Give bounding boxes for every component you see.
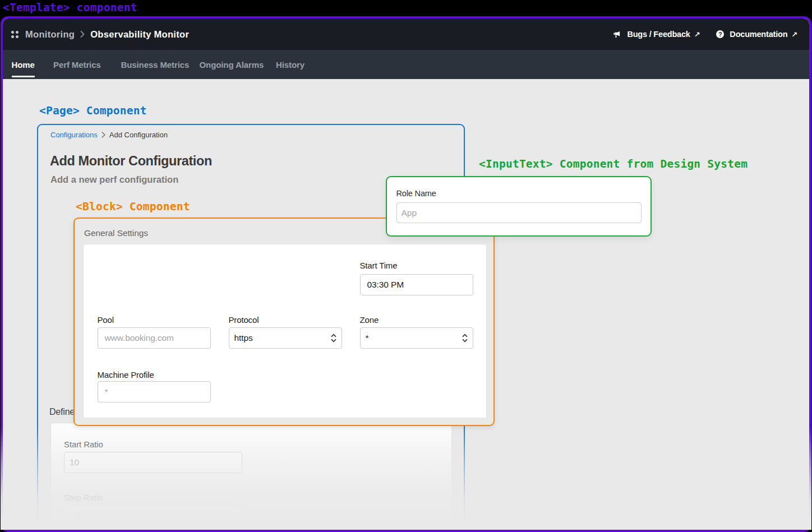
megaphone-icon <box>613 31 621 38</box>
define-heading: Define <box>49 407 75 417</box>
role-name-label: Role Name <box>396 189 436 198</box>
start-ratio-input[interactable] <box>64 452 242 473</box>
page-title: Add Monitor Configuration <box>50 154 212 169</box>
tab-home[interactable]: Home <box>12 50 35 79</box>
header-page-title: Observability Monitor <box>90 29 189 40</box>
block-component-box: General Settings Start Time Pool Protoco… <box>73 218 495 426</box>
block-title: General Settings <box>84 228 148 238</box>
start-time-input[interactable] <box>360 274 473 295</box>
breadcrumb-current: Add Configuration <box>109 131 168 139</box>
breadcrumb-link-configurations[interactable]: Configurations <box>50 131 98 139</box>
machine-profile-input[interactable] <box>98 381 211 403</box>
bugs-feedback-link[interactable]: Bugs / Feedback ↗ <box>613 30 700 39</box>
protocol-value: https <box>234 333 331 343</box>
tab-ongoing-alarms[interactable]: Ongoing Alarms <box>200 50 264 79</box>
select-chevrons-icon <box>462 334 468 343</box>
tab-history[interactable]: History <box>276 50 304 79</box>
documentation-label: Documentation <box>730 30 787 39</box>
general-settings-form: Start Time Pool Protocol https Zone * <box>83 244 487 418</box>
inputtext-annotation: <InputText> Component from Design System <box>479 158 748 170</box>
page-subtitle: Add a new perf configuration <box>50 174 178 185</box>
tab-business-metrics[interactable]: Business Metrics <box>121 50 190 79</box>
ratios-card: Start Ratio Step Ratio <box>50 423 452 527</box>
pool-input[interactable] <box>98 327 211 349</box>
pool-label: Pool <box>98 315 114 325</box>
inputtext-component-box: Role Name <box>386 176 652 237</box>
app-grid-icon[interactable] <box>11 31 19 38</box>
header-chevron-right-icon <box>80 31 85 38</box>
start-time-label: Start Time <box>360 261 398 270</box>
bugs-feedback-label: Bugs / Feedback <box>627 30 690 39</box>
protocol-label: Protocol <box>229 315 259 325</box>
documentation-link[interactable]: ? Documentation ↗ <box>716 30 797 39</box>
zone-label: Zone <box>360 315 379 325</box>
breadcrumb-chevron-icon <box>101 132 105 138</box>
select-chevrons-icon <box>331 334 336 343</box>
app-nav-tabs: Home Perf Metrics Business Metrics Ongoi… <box>3 50 809 79</box>
external-arrow-icon: ↗ <box>791 30 797 39</box>
zone-value: * <box>366 333 462 343</box>
role-name-input[interactable] <box>396 202 642 223</box>
step-ratio-label: Step Ratio <box>64 493 103 502</box>
breadcrumb: Configurations Add Configuration <box>50 131 168 139</box>
start-ratio-label: Start Ratio <box>64 440 103 449</box>
zone-select[interactable]: * <box>360 327 473 349</box>
question-icon: ? <box>716 30 724 38</box>
external-arrow-icon: ↗ <box>694 30 700 39</box>
header-app-name[interactable]: Monitoring <box>25 29 75 40</box>
app-header: Monitoring Observability Monitor Bugs / … <box>3 18 809 50</box>
protocol-select[interactable]: https <box>229 327 342 349</box>
screenshot-stage: <Template> component Monitoring Observab… <box>0 0 812 532</box>
block-annotation: <Block> Component <box>76 200 190 213</box>
step-ratio-input[interactable] <box>64 505 242 526</box>
machine-profile-label: Machine Profile <box>98 370 154 380</box>
tab-perf-metrics[interactable]: Perf Metrics <box>53 50 101 79</box>
template-annotation: <Template> component <box>3 1 137 14</box>
page-annotation: <Page> Component <box>39 104 147 117</box>
